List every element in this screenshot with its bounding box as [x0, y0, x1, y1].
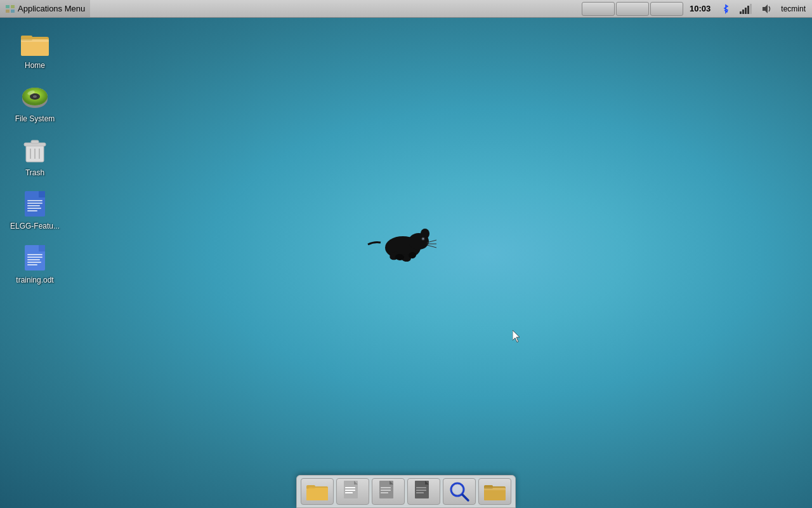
- filesystem-icon: [20, 81, 50, 112]
- taskbar-folder-open-icon: [306, 481, 329, 502]
- win-btn-2[interactable]: [616, 2, 649, 16]
- taskbar-doc1[interactable]: [336, 478, 369, 505]
- svg-line-44: [427, 245, 436, 248]
- volume-icon: [761, 3, 772, 15]
- desktop-icon-trash[interactable]: Trash: [6, 133, 63, 180]
- desktop-icon-training[interactable]: training.odt: [6, 240, 63, 287]
- svg-line-70: [462, 495, 468, 500]
- top-panel: Applications Menu 10:03: [0, 0, 812, 18]
- cursor: [513, 330, 523, 343]
- svg-rect-61: [381, 490, 391, 491]
- svg-rect-55: [345, 487, 355, 488]
- bar-1: [740, 11, 742, 14]
- svg-rect-66: [416, 490, 426, 491]
- panel-right: 10:03: [582, 0, 812, 17]
- training-icon: [20, 243, 50, 273]
- svg-rect-25: [27, 203, 43, 204]
- svg-rect-17: [31, 140, 39, 144]
- svg-rect-67: [416, 492, 424, 493]
- bar-2: [742, 10, 744, 14]
- home-icon: [20, 28, 50, 58]
- svg-rect-24: [27, 200, 43, 201]
- svg-rect-65: [416, 487, 426, 488]
- home-label: Home: [25, 61, 45, 70]
- desktop-icon-filesystem[interactable]: File System: [6, 79, 63, 126]
- signal-bars: [740, 4, 752, 14]
- win-btn-1[interactable]: [582, 2, 615, 16]
- username[interactable]: tecmint: [777, 0, 809, 17]
- bar-3: [745, 8, 747, 14]
- desktop-icon-home[interactable]: Home: [6, 25, 63, 72]
- taskbar-doc2-icon: [378, 480, 398, 503]
- trash-icon: [20, 135, 50, 166]
- bar-4: [747, 6, 749, 14]
- window-buttons: [582, 2, 683, 16]
- taskbar-doc1-icon: [343, 480, 363, 503]
- desktop: Applications Menu 10:03: [0, 0, 812, 508]
- filesystem-label: File System: [15, 114, 55, 123]
- svg-rect-60: [381, 487, 391, 488]
- svg-rect-28: [27, 210, 37, 211]
- svg-marker-4: [763, 4, 768, 13]
- svg-rect-34: [27, 259, 40, 260]
- svg-rect-23: [39, 191, 45, 197]
- training-label: training.odt: [16, 276, 53, 284]
- bluetooth-icon: [721, 4, 731, 14]
- elgg-label: ELGG-Featu...: [10, 222, 60, 231]
- svg-rect-57: [345, 492, 353, 493]
- svg-marker-49: [513, 330, 520, 342]
- svg-rect-8: [21, 39, 49, 42]
- bar-5: [750, 4, 752, 14]
- svg-rect-56: [345, 490, 355, 491]
- mascot: [362, 216, 438, 267]
- taskbar-search-icon: [448, 480, 471, 503]
- taskbar-folder2[interactable]: [478, 478, 511, 505]
- svg-rect-2: [6, 10, 10, 13]
- svg-rect-31: [39, 245, 45, 251]
- mascot-svg: [362, 216, 438, 267]
- signal-widget[interactable]: [736, 0, 756, 17]
- svg-point-39: [421, 229, 429, 239]
- volume-widget[interactable]: [757, 0, 776, 17]
- trash-label: Trash: [25, 168, 44, 177]
- panel-left: Applications Menu: [0, 0, 90, 17]
- applications-menu-icon: [5, 4, 15, 14]
- svg-rect-35: [27, 262, 41, 263]
- win-btn-3[interactable]: [650, 2, 683, 16]
- svg-point-41: [422, 238, 424, 239]
- svg-rect-0: [6, 5, 10, 8]
- svg-point-13: [33, 95, 37, 98]
- taskbar: [296, 475, 516, 508]
- taskbar-doc3-icon: [414, 480, 434, 503]
- taskbar-search[interactable]: [443, 478, 476, 505]
- desktop-icon-elgg[interactable]: ELGG-Featu...: [6, 186, 63, 233]
- applications-menu[interactable]: Applications Menu: [0, 0, 90, 17]
- svg-rect-32: [27, 254, 43, 255]
- svg-rect-27: [27, 208, 41, 209]
- svg-rect-62: [381, 492, 388, 493]
- taskbar-folder2-icon: [483, 481, 506, 502]
- svg-rect-26: [27, 205, 40, 206]
- bluetooth-widget[interactable]: [717, 0, 735, 17]
- svg-rect-74: [484, 488, 506, 490]
- taskbar-open-folder[interactable]: [301, 478, 334, 505]
- svg-rect-3: [11, 10, 15, 13]
- svg-point-69: [453, 485, 462, 494]
- svg-rect-33: [27, 257, 43, 258]
- applications-label: Applications Menu: [18, 4, 85, 13]
- taskbar-doc3[interactable]: [407, 478, 440, 505]
- svg-rect-1: [11, 5, 15, 8]
- taskbar-doc2[interactable]: [372, 478, 405, 505]
- elgg-icon: [20, 189, 50, 219]
- clock[interactable]: 10:03: [684, 0, 716, 17]
- desktop-icons: Home: [6, 25, 63, 287]
- svg-rect-36: [27, 264, 37, 265]
